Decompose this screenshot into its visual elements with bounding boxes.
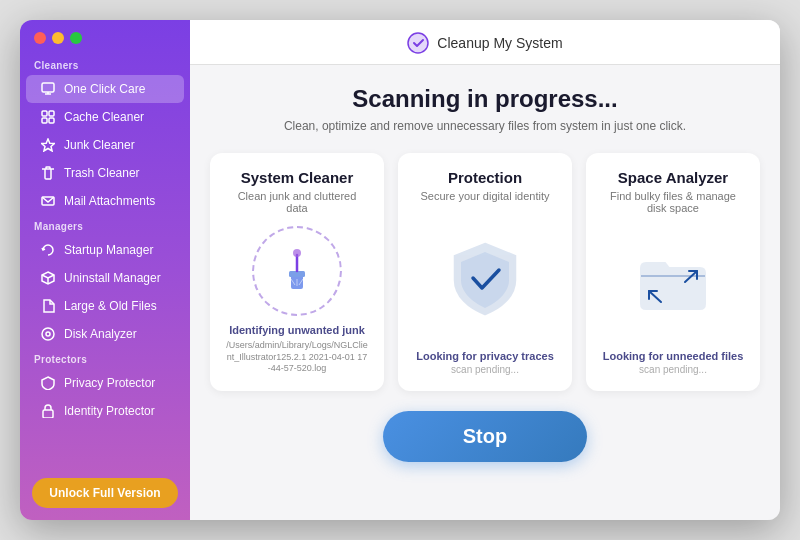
sidebar-item-trash-cleaner[interactable]: Trash Cleaner [26, 159, 184, 187]
main-window: Cleaners One Click Care Cache [20, 20, 780, 520]
sidebar-item-label: Trash Cleaner [64, 166, 140, 180]
system-cleaner-visual [226, 226, 368, 316]
scan-circle [252, 226, 342, 316]
sidebar-item-junk-cleaner[interactable]: Junk Cleaner [26, 131, 184, 159]
system-cleaner-title: System Cleaner [241, 169, 354, 186]
package-icon [40, 270, 56, 286]
protectors-section-label: Protectors [20, 348, 190, 369]
space-analyzer-desc: Find bulky files & manage disk space [602, 190, 744, 214]
sidebar-item-label: Junk Cleaner [64, 138, 135, 152]
sidebar-item-startup-manager[interactable]: Startup Manager [26, 236, 184, 264]
managers-section-label: Managers [20, 215, 190, 236]
sidebar-item-label: Disk Analyzer [64, 327, 137, 341]
sidebar-item-label: Large & Old Files [64, 299, 157, 313]
app-header: Cleanup My System [190, 20, 780, 65]
app-title: Cleanup My System [437, 35, 562, 51]
disk-icon [40, 326, 56, 342]
space-analyzer-title: Space Analyzer [618, 169, 728, 186]
app-logo-icon [407, 32, 429, 54]
protection-title: Protection [448, 169, 522, 186]
svg-marker-7 [42, 139, 55, 151]
svg-rect-5 [42, 118, 47, 123]
sidebar-item-label: Identity Protector [64, 404, 155, 418]
shield-icon [40, 375, 56, 391]
protection-card: Protection Secure your digital identity … [398, 153, 572, 391]
sidebar-item-identity-protector[interactable]: Identity Protector [26, 397, 184, 425]
sidebar-item-label: Privacy Protector [64, 376, 155, 390]
svg-point-11 [42, 328, 54, 340]
space-analyzer-pending: scan pending... [639, 364, 707, 375]
maximize-button[interactable] [70, 32, 82, 44]
unlock-full-version-button[interactable]: Unlock Full Version [32, 478, 178, 508]
broom-icon [273, 247, 321, 295]
system-cleaner-card: System Cleaner Clean junk and cluttered … [210, 153, 384, 391]
main-body: Scanning in progress... Clean, optimize … [190, 65, 780, 520]
system-cleaner-desc: Clean junk and cluttered data [226, 190, 368, 214]
traffic-lights [20, 20, 190, 54]
space-analyzer-status: Looking for unneeded files [603, 350, 744, 362]
svg-rect-13 [43, 410, 53, 418]
svg-rect-6 [49, 118, 54, 123]
space-analyzer-card: Space Analyzer Find bulky files & manage… [586, 153, 760, 391]
svg-rect-0 [42, 83, 54, 92]
space-analyzer-visual [602, 226, 744, 342]
shield-check-icon [445, 238, 525, 318]
monitor-icon [40, 81, 56, 97]
grid-icon [40, 109, 56, 125]
sidebar-item-privacy-protector[interactable]: Privacy Protector [26, 369, 184, 397]
close-button[interactable] [34, 32, 46, 44]
scan-subtitle: Clean, optimize and remove unnecessary f… [284, 119, 686, 133]
protection-status: Looking for privacy traces [416, 350, 554, 362]
sidebar-item-label: One Click Care [64, 82, 145, 96]
sidebar-item-mail-attachments[interactable]: Mail Attachments [26, 187, 184, 215]
system-cleaner-path: /Users/admin/Library/Logs/NGLClient_Illu… [226, 340, 368, 375]
protection-pending: scan pending... [451, 364, 519, 375]
sidebar: Cleaners One Click Care Cache [20, 20, 190, 520]
protection-visual [414, 214, 556, 342]
main-content: Cleanup My System Scanning in progress..… [190, 20, 780, 520]
sidebar-item-one-click-care[interactable]: One Click Care [26, 75, 184, 103]
star-icon [40, 137, 56, 153]
scan-circle-inner [252, 226, 342, 316]
folder-arrows-icon [633, 244, 713, 324]
scan-title: Scanning in progress... [352, 85, 617, 113]
svg-point-19 [293, 249, 301, 257]
sidebar-item-disk-analyzer[interactable]: Disk Analyzer [26, 320, 184, 348]
protection-desc: Secure your digital identity [420, 190, 549, 202]
sidebar-item-label: Startup Manager [64, 243, 153, 257]
svg-rect-4 [49, 111, 54, 116]
svg-point-12 [46, 332, 50, 336]
sidebar-item-label: Cache Cleaner [64, 110, 144, 124]
lock-icon [40, 403, 56, 419]
minimize-button[interactable] [52, 32, 64, 44]
mail-icon [40, 193, 56, 209]
sidebar-item-label: Mail Attachments [64, 194, 155, 208]
svg-rect-3 [42, 111, 47, 116]
cleaners-section-label: Cleaners [20, 54, 190, 75]
file-icon [40, 298, 56, 314]
cards-row: System Cleaner Clean junk and cluttered … [210, 153, 760, 391]
sidebar-item-large-old-files[interactable]: Large & Old Files [26, 292, 184, 320]
system-cleaner-status: Identifying unwanted junk [229, 324, 365, 336]
refresh-icon [40, 242, 56, 258]
sidebar-item-cache-cleaner[interactable]: Cache Cleaner [26, 103, 184, 131]
sidebar-item-label: Uninstall Manager [64, 271, 161, 285]
trash-icon [40, 165, 56, 181]
stop-button[interactable]: Stop [383, 411, 587, 462]
sidebar-item-uninstall-manager[interactable]: Uninstall Manager [26, 264, 184, 292]
